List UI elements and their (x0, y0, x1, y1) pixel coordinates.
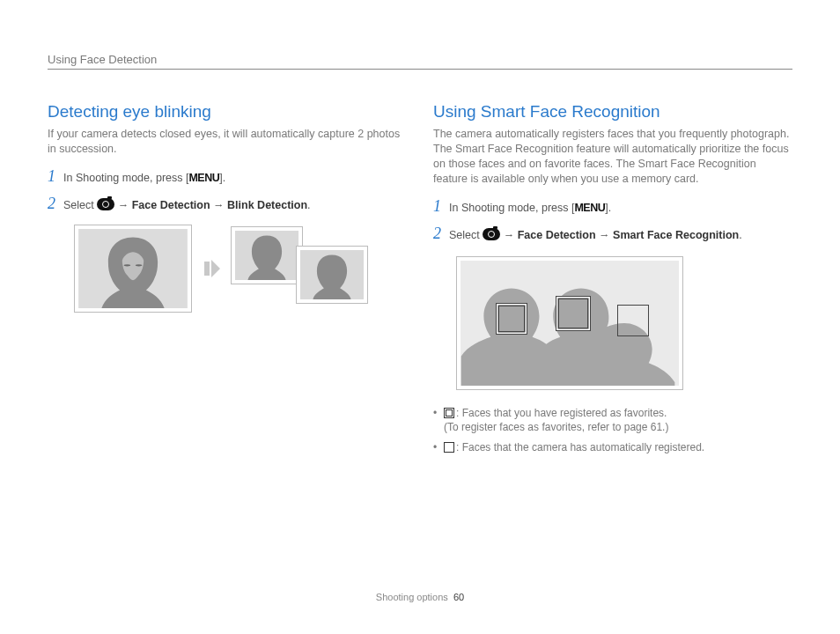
step-text: ]. (605, 202, 611, 214)
step-text: . (307, 199, 310, 211)
page-footer: Shooting options 60 (0, 592, 840, 602)
svg-point-2 (136, 264, 143, 266)
camera-icon (97, 198, 114, 210)
arrow-icon: → (213, 199, 225, 211)
step-number: 2 (433, 225, 449, 243)
step-text: In Shooting mode, press [ (63, 172, 188, 184)
left-step-1: 1 In Shooting mode, press [MENU]. (48, 167, 407, 187)
favorite-face-box-icon (556, 296, 591, 331)
camera-icon (483, 228, 500, 240)
legend-text: (To register faces as favorites, refer t… (444, 421, 668, 433)
arrow-right-icon (203, 258, 220, 279)
blink-illustration (74, 225, 407, 313)
photo-frame-small (296, 246, 368, 304)
legend-text: : Faces that the camera has automaticall… (456, 441, 704, 453)
right-intro: The camera automatically registers faces… (433, 127, 792, 187)
header-rule (48, 69, 792, 70)
step-number: 2 (48, 195, 63, 213)
favorite-square-icon (444, 408, 454, 418)
step-text: . (739, 229, 741, 241)
page-number: 60 (453, 592, 464, 602)
step-text: Select (63, 199, 97, 211)
right-heading: Using Smart Face Recognition (433, 102, 792, 122)
step-number: 1 (48, 167, 63, 186)
right-step-2: 2 Select → Face Detection → Smart Face R… (433, 225, 792, 244)
left-heading: Detecting eye blinking (48, 102, 407, 122)
right-column: Using Smart Face Recognition The camera … (433, 51, 792, 461)
left-intro: If your camera detects closed eyes, it w… (48, 127, 407, 157)
svg-point-1 (124, 264, 131, 266)
bold-label: Smart Face Recognition (613, 229, 739, 241)
photo-frame-large (74, 225, 192, 313)
step-text: In Shooting mode, press [ (449, 202, 574, 214)
legend-text: : Faces that you have registered as favo… (456, 407, 667, 419)
menu-label: MENU (188, 172, 219, 184)
left-column: Detecting eye blinking If your camera de… (48, 51, 407, 461)
bold-label: Face Detection (132, 199, 210, 211)
left-step-2: 2 Select → Face Detection → Blink Detect… (48, 195, 407, 214)
footer-section: Shooting options (376, 592, 448, 602)
face-silhouette-icon (235, 231, 298, 280)
photo-frame-small (231, 226, 303, 284)
arrow-icon: → (118, 199, 129, 211)
right-step-1: 1 In Shooting mode, press [MENU]. (433, 197, 792, 217)
face-silhouette-icon (300, 250, 364, 299)
bold-label: Face Detection (518, 229, 596, 241)
face-silhouette-icon (78, 229, 188, 308)
step-number: 1 (433, 197, 449, 216)
auto-face-box-icon (617, 305, 649, 336)
smart-recognition-illustration (456, 256, 683, 390)
arrow-icon: → (504, 229, 515, 241)
menu-label: MENU (574, 202, 605, 214)
arrow-icon: → (599, 229, 610, 241)
legend-list: • : Faces that you have registered as fa… (433, 406, 792, 455)
step-text: Select (449, 229, 483, 241)
auto-square-icon (444, 442, 454, 453)
favorite-face-box-icon (496, 303, 527, 335)
bold-label: Blink Detection (227, 199, 307, 211)
step-text: ]. (219, 172, 225, 184)
page-header: Using Face Detection (48, 53, 157, 66)
